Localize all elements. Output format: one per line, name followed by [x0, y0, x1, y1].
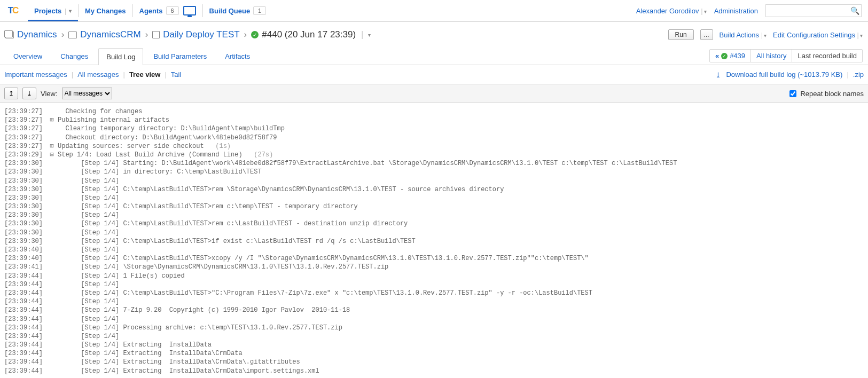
log-line: [23:39:30] [Step 1/4]	[4, 194, 864, 202]
log-line: [23:39:44] [Step 1/4]	[4, 315, 864, 324]
chevron-down-icon[interactable]: ▾	[860, 33, 863, 38]
log-message: [Step 1/4]	[58, 211, 119, 219]
log-line: [23:39:44] [Step 1/4]	[4, 332, 864, 341]
tree-view-selected[interactable]: Tree view	[129, 70, 161, 78]
log-line: [23:39:44] [Step 1/4] C:\temp\LastBuild\…	[4, 289, 864, 297]
tab-overview[interactable]: Overview	[5, 48, 50, 65]
important-messages-link[interactable]: Important messages	[4, 70, 67, 78]
nav-my-changes-label: My Changes	[85, 7, 126, 15]
log-line: [23:39:30] [Step 1/4] Starting: D:\Build…	[4, 159, 864, 168]
teamcity-logo[interactable]: TC	[5, 3, 21, 19]
log-message: [Step 1/4] Extracting InstallData\CrmDat…	[58, 349, 243, 358]
log-line: [23:39:44] [Step 1/4] Extracting Install…	[4, 367, 864, 375]
nav-projects-label: Projects	[34, 7, 61, 15]
log-line: [23:39:27] Clearing temporary directory:…	[4, 124, 864, 133]
log-duration-hint: (27s)	[243, 151, 273, 159]
all-history-link[interactable]: All history	[751, 50, 792, 62]
download-zip-link[interactable]: .zip	[853, 70, 864, 78]
chevron-down-icon[interactable]: ▾	[764, 33, 767, 38]
log-message: [Step 1/4] in directory: C:\temp\LastBui…	[58, 168, 262, 176]
search-icon[interactable]: 🔍	[850, 6, 859, 15]
log-line: [23:39:44] [Step 1/4]	[4, 297, 864, 306]
log-timestamp: [23:39:27]	[4, 124, 46, 133]
log-indent	[49, 194, 54, 202]
nav-build-queue[interactable]: Build Queue 1	[203, 0, 273, 21]
expand-icon[interactable]: ⊞	[49, 116, 54, 124]
log-message: Checkout directory: D:\BuildAgent\work\4…	[58, 133, 277, 142]
log-indent	[49, 254, 54, 263]
log-message: Updating sources: server side checkout (…	[58, 142, 231, 151]
collapse-icon[interactable]: ⊟	[49, 151, 54, 159]
log-message: Clearing temporary directory: D:\BuildAg…	[58, 124, 285, 133]
log-timestamp: [23:39:27]	[4, 107, 46, 116]
breadcrumb: Dynamics › DynamicsCRM › Daily Deploy TE…	[5, 29, 371, 40]
log-timestamp: [23:39:44]	[4, 297, 46, 306]
log-timestamp: [23:39:44]	[4, 280, 46, 289]
main-nav: Projects | ▾ My Changes Agents 6 Build Q…	[28, 0, 272, 21]
scroll-top-button[interactable]: ↥	[4, 88, 18, 99]
administration-link[interactable]: Administration	[714, 7, 758, 15]
log-message: [Step 1/4]	[58, 194, 119, 202]
queue-count-badge: 1	[253, 6, 266, 15]
status-success-icon: ✓	[251, 31, 259, 38]
log-indent	[49, 367, 54, 375]
repeat-block-names-checkbox[interactable]	[789, 90, 796, 97]
log-indent	[49, 280, 54, 289]
log-message: [Step 1/4] C:\temp\LastBuild\TEST>rem c:…	[58, 202, 358, 211]
build-actions-menu[interactable]: Build Actions	[720, 31, 759, 39]
chevron-down-icon[interactable]: ▾	[69, 8, 72, 14]
user-menu[interactable]: Alexander Gorodilov |▾	[636, 7, 707, 15]
log-timestamp: [23:39:44]	[4, 306, 46, 314]
tab-changes[interactable]: Changes	[52, 48, 96, 65]
log-indent	[49, 324, 54, 332]
log-message: [Step 1/4]	[58, 246, 119, 254]
log-indent	[49, 124, 54, 133]
top-nav: TC Projects | ▾ My Changes Agents 6 Buil…	[0, 0, 868, 22]
log-message: [Step 1/4] Extracting InstallData	[58, 341, 212, 349]
log-indent	[49, 219, 54, 228]
agent-icon	[183, 6, 196, 15]
log-line: [23:39:30] [Step 1/4]	[4, 177, 864, 185]
chevron-down-icon[interactable]: ▾	[704, 9, 707, 14]
download-button[interactable]: ⤓	[22, 88, 36, 99]
build-log: [23:39:27] Checking for changes[23:39:27…	[0, 103, 868, 377]
log-indent	[49, 211, 54, 219]
expand-icon[interactable]: ⊞	[49, 142, 54, 151]
log-message: [Step 1/4] 7-Zip 9.20 Copyright (c) 1999…	[58, 306, 350, 314]
search-box[interactable]: 🔍	[765, 4, 862, 17]
tail-link[interactable]: Tail	[171, 70, 182, 78]
tab-build-log[interactable]: Build Log	[98, 48, 143, 65]
prev-build-link[interactable]: « ✓ #439	[710, 50, 750, 62]
nav-projects[interactable]: Projects | ▾	[28, 0, 78, 21]
breadcrumb-root-label: Dynamics	[17, 29, 57, 40]
log-message: Checking for changes	[58, 107, 142, 116]
nav-right: Alexander Gorodilov |▾ Administration 🔍	[636, 4, 865, 17]
status-success-icon: ✓	[721, 53, 728, 59]
chevron-down-icon[interactable]: ▾	[368, 32, 371, 38]
breadcrumb-project[interactable]: DynamicsCRM	[68, 29, 140, 40]
all-messages-link[interactable]: All messages	[77, 70, 119, 78]
tab-build-parameters[interactable]: Build Parameters	[145, 48, 215, 65]
edit-config-link[interactable]: Edit Configuration Settings	[773, 31, 855, 39]
nav-agents[interactable]: Agents 6	[133, 0, 202, 21]
nav-my-changes[interactable]: My Changes	[79, 0, 132, 21]
download-icon: ⤓	[27, 90, 32, 97]
view-select[interactable]: All messages	[62, 88, 112, 99]
agents-count-badge: 6	[166, 6, 179, 15]
run-options-button[interactable]: ...	[700, 29, 713, 40]
breadcrumb-config-label: Daily Deploy TEST	[163, 29, 239, 40]
search-input[interactable]	[768, 6, 850, 15]
breadcrumb-config[interactable]: Daily Deploy TEST	[152, 29, 239, 40]
log-line: [23:39:27] Checkout directory: D:\BuildA…	[4, 133, 864, 142]
log-timestamp: [23:39:40]	[4, 254, 46, 263]
log-message: [Step 1/4]	[58, 229, 119, 237]
download-log-link[interactable]: Download full build log (~1013.79 KB)	[726, 70, 842, 78]
log-line: [23:39:44] [Step 1/4] Extracting Install…	[4, 349, 864, 358]
repeat-block-names-toggle[interactable]: Repeat block names	[787, 89, 864, 99]
tab-artifacts[interactable]: Artifacts	[217, 48, 258, 65]
run-button[interactable]: Run	[668, 29, 694, 40]
log-indent	[49, 246, 54, 254]
build-actions-bar: Run ... Build Actions |▾ Edit Configurat…	[668, 29, 863, 40]
breadcrumb-root[interactable]: Dynamics	[5, 29, 57, 40]
log-indent	[49, 133, 54, 142]
